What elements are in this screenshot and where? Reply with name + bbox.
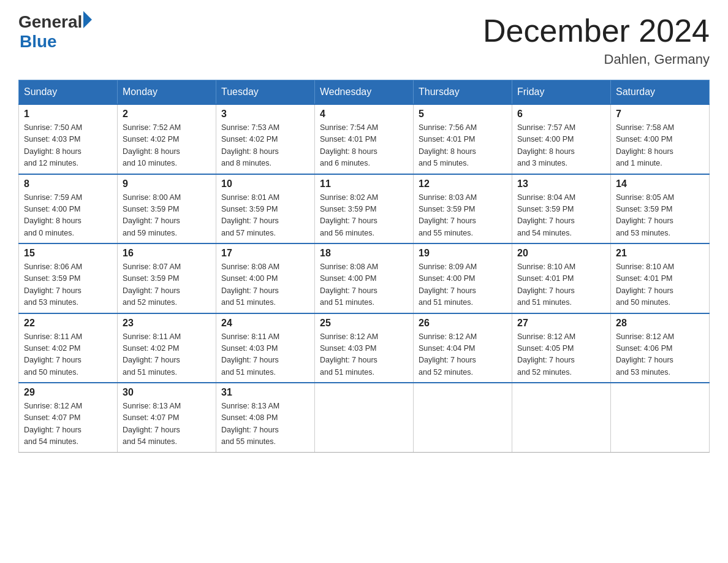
day-info: Sunrise: 8:04 AM Sunset: 3:59 PM Dayligh… xyxy=(517,192,605,240)
day-number: 26 xyxy=(419,318,507,329)
calendar-cell: 15Sunrise: 8:06 AM Sunset: 3:59 PM Dayli… xyxy=(19,243,118,313)
day-info: Sunrise: 8:06 AM Sunset: 3:59 PM Dayligh… xyxy=(24,261,112,309)
day-info: Sunrise: 8:11 AM Sunset: 4:03 PM Dayligh… xyxy=(221,331,309,379)
calendar-cell: 7Sunrise: 7:58 AM Sunset: 4:00 PM Daylig… xyxy=(611,104,710,174)
day-number: 8 xyxy=(24,178,112,190)
calendar-cell: 11Sunrise: 8:02 AM Sunset: 3:59 PM Dayli… xyxy=(315,174,414,244)
calendar-cell: 9Sunrise: 8:00 AM Sunset: 3:59 PM Daylig… xyxy=(118,174,216,244)
day-info: Sunrise: 8:08 AM Sunset: 4:00 PM Dayligh… xyxy=(320,261,408,309)
day-number: 10 xyxy=(221,178,309,190)
day-info: Sunrise: 8:13 AM Sunset: 4:08 PM Dayligh… xyxy=(221,400,309,448)
calendar-table: SundayMondayTuesdayWednesdayThursdayFrid… xyxy=(18,80,710,453)
day-number: 29 xyxy=(24,387,112,398)
day-info: Sunrise: 8:07 AM Sunset: 3:59 PM Dayligh… xyxy=(123,261,211,309)
day-number: 20 xyxy=(517,248,605,259)
day-number: 6 xyxy=(517,109,605,120)
page-header: General Blue December 2024 Dahlen, Germa… xyxy=(18,12,710,67)
calendar-cell: 13Sunrise: 8:04 AM Sunset: 3:59 PM Dayli… xyxy=(512,174,611,244)
day-info: Sunrise: 7:57 AM Sunset: 4:00 PM Dayligh… xyxy=(517,122,605,170)
day-number: 17 xyxy=(221,248,309,259)
calendar-cell: 19Sunrise: 8:09 AM Sunset: 4:00 PM Dayli… xyxy=(414,243,512,313)
day-info: Sunrise: 8:12 AM Sunset: 4:05 PM Dayligh… xyxy=(517,331,605,379)
calendar-cell: 22Sunrise: 8:11 AM Sunset: 4:02 PM Dayli… xyxy=(19,313,118,383)
calendar-cell: 28Sunrise: 8:12 AM Sunset: 4:06 PM Dayli… xyxy=(611,313,710,383)
title-section: December 2024 Dahlen, Germany xyxy=(483,12,710,67)
calendar-cell: 20Sunrise: 8:10 AM Sunset: 4:01 PM Dayli… xyxy=(512,243,611,313)
day-number: 1 xyxy=(24,109,112,120)
calendar-week-row: 8Sunrise: 7:59 AM Sunset: 4:00 PM Daylig… xyxy=(19,174,710,244)
day-info: Sunrise: 7:53 AM Sunset: 4:02 PM Dayligh… xyxy=(221,122,309,170)
day-info: Sunrise: 8:08 AM Sunset: 4:00 PM Dayligh… xyxy=(221,261,309,309)
logo-blue-text: Blue xyxy=(20,32,92,52)
day-info: Sunrise: 7:54 AM Sunset: 4:01 PM Dayligh… xyxy=(320,122,408,170)
day-number: 3 xyxy=(221,109,309,120)
calendar-cell: 31Sunrise: 8:13 AM Sunset: 4:08 PM Dayli… xyxy=(216,383,315,452)
day-number: 31 xyxy=(221,387,309,398)
calendar-cell: 26Sunrise: 8:12 AM Sunset: 4:04 PM Dayli… xyxy=(414,313,512,383)
calendar-cell: 8Sunrise: 7:59 AM Sunset: 4:00 PM Daylig… xyxy=(19,174,118,244)
calendar-cell xyxy=(315,383,414,452)
day-info: Sunrise: 8:01 AM Sunset: 3:59 PM Dayligh… xyxy=(221,192,309,240)
day-number: 5 xyxy=(419,109,507,120)
day-info: Sunrise: 8:05 AM Sunset: 3:59 PM Dayligh… xyxy=(616,192,704,240)
calendar-cell: 25Sunrise: 8:12 AM Sunset: 4:03 PM Dayli… xyxy=(315,313,414,383)
day-number: 30 xyxy=(123,387,211,398)
calendar-cell: 1Sunrise: 7:50 AM Sunset: 4:03 PM Daylig… xyxy=(19,104,118,174)
calendar-cell xyxy=(512,383,611,452)
day-of-week-header: Saturday xyxy=(611,80,710,105)
day-number: 12 xyxy=(419,178,507,190)
month-title: December 2024 xyxy=(483,12,710,49)
day-of-week-header: Friday xyxy=(512,80,611,105)
day-info: Sunrise: 8:13 AM Sunset: 4:07 PM Dayligh… xyxy=(123,400,211,448)
calendar-week-row: 22Sunrise: 8:11 AM Sunset: 4:02 PM Dayli… xyxy=(19,313,710,383)
day-info: Sunrise: 8:02 AM Sunset: 3:59 PM Dayligh… xyxy=(320,192,408,240)
day-number: 22 xyxy=(24,318,112,329)
day-info: Sunrise: 8:12 AM Sunset: 4:04 PM Dayligh… xyxy=(419,331,507,379)
day-number: 21 xyxy=(616,248,704,259)
calendar-cell: 2Sunrise: 7:52 AM Sunset: 4:02 PM Daylig… xyxy=(118,104,216,174)
day-info: Sunrise: 7:58 AM Sunset: 4:00 PM Dayligh… xyxy=(616,122,704,170)
day-info: Sunrise: 8:03 AM Sunset: 3:59 PM Dayligh… xyxy=(419,192,507,240)
calendar-cell: 27Sunrise: 8:12 AM Sunset: 4:05 PM Dayli… xyxy=(512,313,611,383)
day-of-week-header: Sunday xyxy=(19,80,118,105)
day-of-week-header: Tuesday xyxy=(216,80,315,105)
day-number: 15 xyxy=(24,248,112,259)
day-number: 18 xyxy=(320,248,408,259)
calendar-cell: 23Sunrise: 8:11 AM Sunset: 4:02 PM Dayli… xyxy=(118,313,216,383)
day-info: Sunrise: 8:11 AM Sunset: 4:02 PM Dayligh… xyxy=(24,331,112,379)
calendar-cell: 18Sunrise: 8:08 AM Sunset: 4:00 PM Dayli… xyxy=(315,243,414,313)
calendar-cell: 30Sunrise: 8:13 AM Sunset: 4:07 PM Dayli… xyxy=(118,383,216,452)
calendar-cell: 3Sunrise: 7:53 AM Sunset: 4:02 PM Daylig… xyxy=(216,104,315,174)
logo: General Blue xyxy=(18,12,92,52)
day-number: 14 xyxy=(616,178,704,190)
calendar-cell: 16Sunrise: 8:07 AM Sunset: 3:59 PM Dayli… xyxy=(118,243,216,313)
day-info: Sunrise: 7:52 AM Sunset: 4:02 PM Dayligh… xyxy=(123,122,211,170)
calendar-cell: 4Sunrise: 7:54 AM Sunset: 4:01 PM Daylig… xyxy=(315,104,414,174)
day-info: Sunrise: 8:11 AM Sunset: 4:02 PM Dayligh… xyxy=(123,331,211,379)
logo-general-text: General xyxy=(18,12,82,32)
calendar-week-row: 1Sunrise: 7:50 AM Sunset: 4:03 PM Daylig… xyxy=(19,104,710,174)
day-number: 19 xyxy=(419,248,507,259)
day-info: Sunrise: 8:10 AM Sunset: 4:01 PM Dayligh… xyxy=(517,261,605,309)
day-number: 11 xyxy=(320,178,408,190)
calendar-cell: 12Sunrise: 8:03 AM Sunset: 3:59 PM Dayli… xyxy=(414,174,512,244)
calendar-week-row: 15Sunrise: 8:06 AM Sunset: 3:59 PM Dayli… xyxy=(19,243,710,313)
day-of-week-header: Monday xyxy=(118,80,216,105)
day-info: Sunrise: 8:12 AM Sunset: 4:07 PM Dayligh… xyxy=(24,400,112,448)
day-number: 13 xyxy=(517,178,605,190)
day-number: 27 xyxy=(517,318,605,329)
day-of-week-header: Wednesday xyxy=(315,80,414,105)
day-number: 28 xyxy=(616,318,704,329)
day-number: 7 xyxy=(616,109,704,120)
calendar-cell xyxy=(611,383,710,452)
day-number: 4 xyxy=(320,109,408,120)
calendar-cell: 21Sunrise: 8:10 AM Sunset: 4:01 PM Dayli… xyxy=(611,243,710,313)
calendar-cell: 10Sunrise: 8:01 AM Sunset: 3:59 PM Dayli… xyxy=(216,174,315,244)
day-info: Sunrise: 8:12 AM Sunset: 4:03 PM Dayligh… xyxy=(320,331,408,379)
day-number: 24 xyxy=(221,318,309,329)
logo-triangle-icon xyxy=(83,11,92,28)
calendar-cell: 17Sunrise: 8:08 AM Sunset: 4:00 PM Dayli… xyxy=(216,243,315,313)
day-info: Sunrise: 8:09 AM Sunset: 4:00 PM Dayligh… xyxy=(419,261,507,309)
day-info: Sunrise: 7:59 AM Sunset: 4:00 PM Dayligh… xyxy=(24,192,112,240)
calendar-cell: 6Sunrise: 7:57 AM Sunset: 4:00 PM Daylig… xyxy=(512,104,611,174)
